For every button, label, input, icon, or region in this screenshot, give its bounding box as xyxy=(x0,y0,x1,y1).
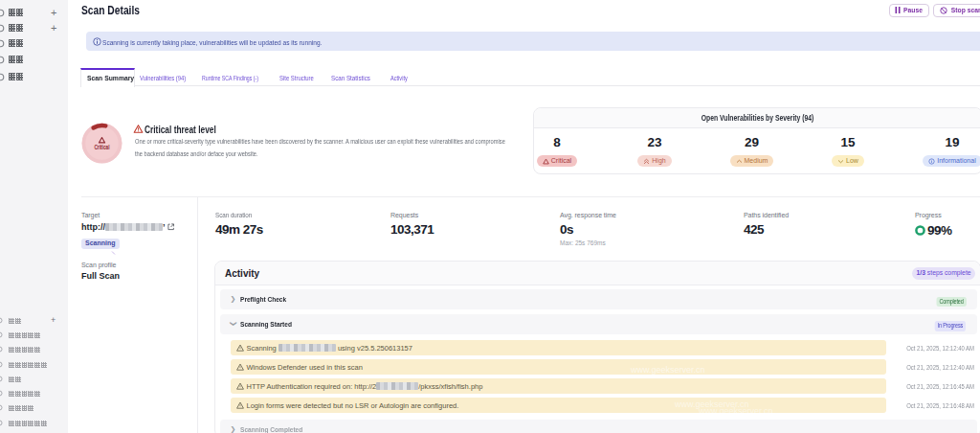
svg-text:Critical: Critical xyxy=(94,145,110,151)
